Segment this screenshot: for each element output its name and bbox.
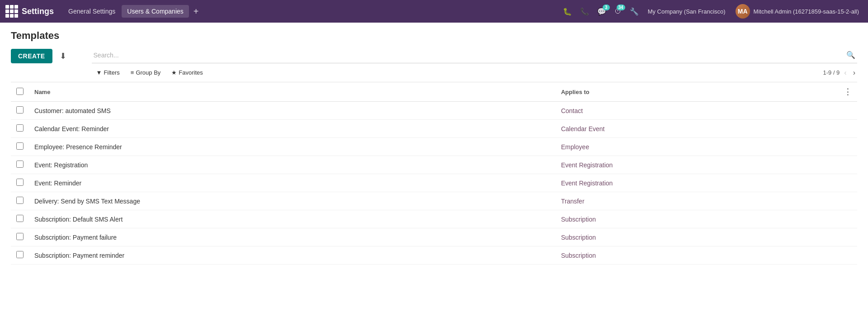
topbar-icons: 🐛 📞 💬 3 ⏱ 34 🔧 My Company (San Francisco…	[560, 2, 863, 20]
filters-button[interactable]: ▼ Filters	[92, 67, 124, 78]
group-by-label: Group By	[136, 69, 160, 76]
nav-add-button[interactable]: +	[190, 5, 203, 19]
table-row[interactable]: Subscription: Payment reminder Subscript…	[11, 246, 857, 265]
row-checkbox[interactable]	[16, 215, 24, 222]
row-checkbox[interactable]	[16, 197, 24, 204]
user-menu[interactable]: MA Mitchell Admin (16271859-saas-15-2-al…	[732, 2, 863, 20]
top-section: CREATE ⬇ 🔍 ▼ Filters ≡ Group By ★ Favori	[11, 49, 857, 78]
row-checkbox[interactable]	[16, 161, 24, 168]
table-body: Customer: automated SMS Contact Calendar…	[11, 102, 857, 265]
row-checkbox[interactable]	[16, 233, 24, 240]
row-checkbox-cell	[11, 174, 29, 192]
row-actions-cell	[838, 246, 857, 265]
table-row[interactable]: Event: Registration Event Registration	[11, 156, 857, 174]
user-avatar: MA	[736, 4, 750, 19]
row-checkbox[interactable]	[16, 124, 24, 132]
table-row[interactable]: Event: Reminder Event Registration	[11, 174, 857, 192]
favorites-button[interactable]: ★ Favorites	[167, 67, 207, 78]
table-row[interactable]: Delivery: Send by SMS Text Message Trans…	[11, 192, 857, 210]
row-actions-cell	[838, 156, 857, 174]
templates-table: Name Applies to ⋮ Customer: automated SM…	[11, 82, 857, 265]
nav-users-companies[interactable]: Users & Companies	[122, 5, 189, 18]
row-checkbox-cell	[11, 246, 29, 265]
group-by-button[interactable]: ≡ Group By	[126, 67, 165, 78]
actions-col-header: ⋮	[838, 82, 857, 102]
nav-general-settings[interactable]: General Settings	[63, 5, 121, 18]
phone-icon-button[interactable]: 📞	[577, 5, 592, 18]
row-applies-to: Subscription	[556, 228, 838, 246]
row-name: Customer: automated SMS	[29, 102, 556, 120]
row-applies-to: Event Registration	[556, 174, 838, 192]
download-button[interactable]: ⬇	[56, 49, 70, 63]
select-all-checkbox[interactable]	[16, 88, 24, 95]
chat-icon-button[interactable]: 💬 3	[594, 5, 609, 18]
bug-icon-button[interactable]: 🐛	[560, 5, 575, 18]
row-applies-to: Transfer	[556, 192, 838, 210]
filters-label: Filters	[104, 69, 119, 76]
row-applies-to: Calendar Event	[556, 120, 838, 138]
row-applies-to: Event Registration	[556, 156, 838, 174]
table-container: Name Applies to ⋮ Customer: automated SM…	[11, 82, 857, 265]
row-actions-cell	[838, 192, 857, 210]
user-name: Mitchell Admin (16271859-saas-15-2-all)	[754, 8, 859, 15]
pagination-prev[interactable]: ‹	[842, 68, 848, 78]
row-actions-cell	[838, 210, 857, 228]
wrench-icon-button[interactable]: 🔧	[627, 5, 642, 18]
group-by-icon: ≡	[131, 69, 134, 76]
activity-icon-button[interactable]: ⏱ 34	[612, 5, 624, 17]
row-checkbox-cell	[11, 102, 29, 120]
row-name: Subscription: Payment reminder	[29, 246, 556, 265]
row-name: Employee: Presence Reminder	[29, 138, 556, 156]
row-name: Subscription: Default SMS Alert	[29, 210, 556, 228]
row-checkbox-cell	[11, 138, 29, 156]
page-title: Templates	[11, 30, 857, 42]
row-checkbox[interactable]	[16, 251, 24, 258]
favorites-icon: ★	[171, 69, 177, 76]
row-actions-cell	[838, 174, 857, 192]
row-applies-to: Subscription	[556, 210, 838, 228]
table-row[interactable]: Customer: automated SMS Contact	[11, 102, 857, 120]
row-checkbox-cell	[11, 192, 29, 210]
column-options-icon[interactable]: ⋮	[844, 87, 852, 96]
table-row[interactable]: Calendar Event: Reminder Calendar Event	[11, 120, 857, 138]
pagination-info: 1-9 / 9	[823, 69, 840, 76]
select-all-col	[11, 82, 29, 102]
row-actions-cell	[838, 120, 857, 138]
row-actions-cell	[838, 228, 857, 246]
top-left-actions: CREATE ⬇	[11, 49, 70, 63]
row-checkbox-cell	[11, 156, 29, 174]
row-actions-cell	[838, 138, 857, 156]
row-name: Calendar Event: Reminder	[29, 120, 556, 138]
favorites-label: Favorites	[179, 69, 203, 76]
pagination: 1-9 / 9 ‹ ›	[823, 68, 857, 78]
name-column-header: Name	[29, 82, 556, 102]
row-checkbox-cell	[11, 120, 29, 138]
row-checkbox-cell	[11, 210, 29, 228]
company-name: My Company (San Francisco)	[648, 8, 726, 15]
table-row[interactable]: Employee: Presence Reminder Employee	[11, 138, 857, 156]
chat-badge: 3	[603, 5, 610, 10]
activity-badge: 34	[617, 5, 625, 10]
create-button[interactable]: CREATE	[11, 49, 52, 63]
row-name: Event: Registration	[29, 156, 556, 174]
row-actions-cell	[838, 102, 857, 120]
row-name: Delivery: Send by SMS Text Message	[29, 192, 556, 210]
applies-to-column-header: Applies to	[556, 82, 838, 102]
search-icon[interactable]: 🔍	[844, 49, 857, 61]
apps-grid-icon[interactable]	[5, 5, 18, 18]
table-row[interactable]: Subscription: Payment failure Subscripti…	[11, 228, 857, 246]
search-input[interactable]	[92, 50, 844, 61]
row-checkbox[interactable]	[16, 142, 24, 150]
table-header: Name Applies to ⋮	[11, 82, 857, 102]
row-checkbox[interactable]	[16, 106, 24, 113]
topbar-nav: General Settings Users & Companies +	[63, 5, 558, 19]
search-row: 🔍	[92, 49, 857, 63]
main-content: Templates CREATE ⬇ 🔍 ▼ Filters ≡ Group B…	[0, 23, 868, 272]
table-row[interactable]: Subscription: Default SMS Alert Subscrip…	[11, 210, 857, 228]
row-checkbox[interactable]	[16, 179, 24, 186]
pagination-next[interactable]: ›	[851, 68, 857, 78]
app-name: Settings	[22, 7, 54, 16]
filter-icon: ▼	[96, 69, 102, 76]
row-applies-to: Contact	[556, 102, 838, 120]
row-name: Subscription: Payment failure	[29, 228, 556, 246]
